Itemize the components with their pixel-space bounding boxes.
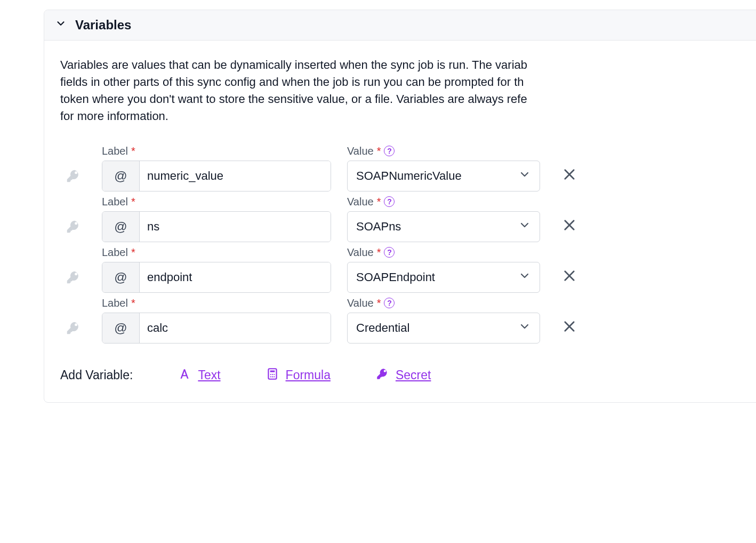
at-prefix: @	[102, 161, 140, 191]
help-icon[interactable]: ?	[384, 298, 395, 308]
close-icon	[562, 167, 577, 185]
required-mark: *	[131, 196, 135, 208]
value-field-label: Value * ?	[347, 246, 540, 259]
svg-point-13	[270, 376, 271, 377]
variable-row: Label * @ Value * ? Credential	[60, 297, 756, 344]
close-icon	[562, 319, 577, 337]
label-input[interactable]	[140, 161, 331, 191]
value-field: Value * ? SOAPEndpoint	[347, 246, 540, 293]
label-field: Label * @	[102, 297, 331, 344]
calculator-icon	[266, 367, 279, 384]
value-field-label: Value * ?	[347, 297, 540, 309]
at-prefix: @	[102, 262, 140, 292]
svg-point-11	[271, 374, 272, 375]
required-mark: *	[377, 196, 381, 208]
chevron-down-icon	[518, 269, 531, 285]
value-select[interactable]: Credential	[347, 313, 540, 344]
label-field-label: Label *	[102, 246, 331, 259]
required-mark: *	[131, 246, 135, 259]
label-text: Label	[102, 297, 128, 309]
at-prefix: @	[102, 212, 140, 242]
value-select-text: SOAPEndpoint	[356, 270, 435, 284]
chevron-down-icon	[55, 18, 67, 33]
value-select-text: SOAPns	[356, 220, 401, 234]
label-field: Label * @	[102, 196, 331, 242]
add-secret-link-label: Secret	[396, 368, 431, 382]
remove-row-button[interactable]	[556, 211, 583, 242]
label-field: Label * @	[102, 246, 331, 293]
label-input[interactable]	[140, 212, 331, 242]
panel-description: Variables are values that can be dynamic…	[60, 57, 756, 125]
label-text: Label	[102, 196, 128, 208]
variables-panel: Variables Variables are values that can …	[44, 10, 756, 403]
value-select-text: Credential	[356, 321, 409, 335]
chevron-down-icon	[518, 320, 531, 336]
required-mark: *	[131, 297, 135, 309]
panel-body: Variables are values that can be dynamic…	[44, 41, 756, 402]
label-field-label: Label *	[102, 196, 331, 208]
panel-header[interactable]: Variables	[44, 10, 756, 41]
chevron-down-icon	[518, 168, 531, 184]
variable-row: Label * @ Value * ? SOAPNumericValue	[60, 145, 756, 191]
svg-point-14	[271, 376, 272, 377]
label-field-label: Label *	[102, 297, 331, 309]
help-icon[interactable]: ?	[384, 146, 395, 156]
label-input-group: @	[102, 211, 331, 242]
variable-row: Label * @ Value * ? SOAPns	[60, 196, 756, 242]
remove-row-button[interactable]	[556, 313, 583, 344]
label-input-group: @	[102, 161, 331, 191]
add-variable-row: Add Variable: Text Formula	[60, 367, 756, 384]
secret-type-icon	[60, 262, 86, 293]
add-secret-link[interactable]: Secret	[375, 367, 431, 384]
value-field-label: Value * ?	[347, 196, 540, 208]
value-field: Value * ? SOAPNumericValue	[347, 145, 540, 191]
label-text: Label	[102, 145, 128, 157]
secret-type-icon	[60, 161, 86, 191]
label-field-label: Label *	[102, 145, 331, 157]
value-text: Value	[347, 246, 374, 259]
add-text-link-label: Text	[198, 368, 220, 382]
svg-point-15	[274, 376, 275, 377]
add-formula-link-label: Formula	[286, 368, 331, 382]
value-field-label: Value * ?	[347, 145, 540, 157]
value-text: Value	[347, 196, 374, 208]
add-formula-link[interactable]: Formula	[266, 367, 331, 384]
at-prefix: @	[102, 313, 140, 343]
svg-point-10	[270, 374, 271, 375]
label-input[interactable]	[140, 262, 331, 292]
required-mark: *	[377, 297, 381, 309]
help-icon[interactable]: ?	[384, 247, 395, 258]
value-select[interactable]: SOAPNumericValue	[347, 161, 540, 191]
panel-title: Variables	[75, 18, 131, 33]
remove-row-button[interactable]	[556, 161, 583, 191]
label-input-group: @	[102, 313, 331, 344]
required-mark: *	[131, 145, 135, 157]
value-select[interactable]: SOAPns	[347, 211, 540, 242]
remove-row-button[interactable]	[556, 262, 583, 293]
close-icon	[562, 218, 577, 236]
chevron-down-icon	[518, 219, 531, 235]
svg-rect-9	[270, 370, 275, 372]
value-select[interactable]: SOAPEndpoint	[347, 262, 540, 293]
required-mark: *	[377, 145, 381, 157]
variable-row: Label * @ Value * ? SOAPEndpoint	[60, 246, 756, 293]
value-field: Value * ? Credential	[347, 297, 540, 344]
secret-type-icon	[60, 211, 86, 242]
label-text: Label	[102, 246, 128, 259]
value-select-text: SOAPNumericValue	[356, 169, 462, 183]
add-variable-label: Add Variable:	[60, 368, 133, 382]
label-input[interactable]	[140, 313, 331, 343]
help-icon[interactable]: ?	[384, 196, 395, 207]
value-text: Value	[347, 297, 374, 309]
label-input-group: @	[102, 262, 331, 293]
key-icon	[375, 367, 389, 384]
value-field: Value * ? SOAPns	[347, 196, 540, 242]
variable-rows: Label * @ Value * ? SOAPNumericValue	[60, 145, 756, 344]
value-text: Value	[347, 145, 374, 157]
add-text-link[interactable]: Text	[178, 367, 220, 384]
secret-type-icon	[60, 313, 86, 344]
close-icon	[562, 268, 577, 286]
label-field: Label * @	[102, 145, 331, 191]
text-a-icon	[178, 367, 191, 384]
svg-point-12	[274, 374, 275, 375]
